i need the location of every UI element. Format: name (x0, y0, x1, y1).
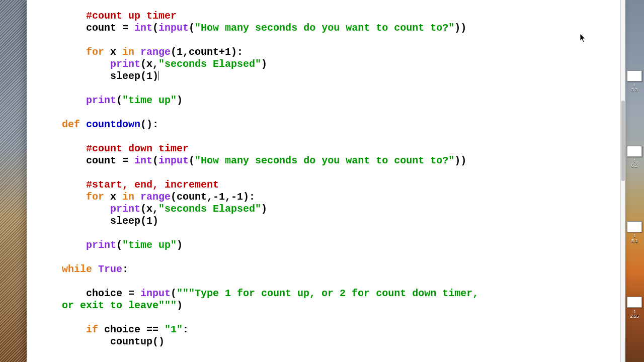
desktop-file-icon[interactable]: t3.3 (626, 70, 643, 93)
file-thumbnail-icon (627, 221, 642, 232)
file-thumbnail-icon (627, 70, 642, 81)
file-thumbnail-icon (627, 297, 642, 308)
file-label: t (626, 309, 643, 314)
vertical-scrollbar[interactable] (620, 0, 625, 362)
desktop-icons-column: t3.3t6.2t5.1t2.55 (626, 0, 644, 362)
desktop-background: #count up timer count = int(input("How m… (0, 0, 644, 362)
file-label: t (626, 233, 643, 238)
file-label: t (626, 82, 643, 87)
code-content[interactable]: #count up timer count = int(input("How m… (27, 0, 621, 360)
file-label: 5.1 (626, 238, 643, 243)
code-editor[interactable]: #count up timer count = int(input("How m… (27, 0, 621, 362)
scrollbar-thumb[interactable] (621, 101, 625, 181)
text-caret (158, 71, 158, 80)
desktop-file-icon[interactable]: t6.2 (626, 146, 643, 168)
file-label: 3.3 (626, 87, 643, 93)
file-label: t (626, 158, 643, 163)
file-label: 6.2 (626, 163, 643, 168)
editor-window: #count up timer count = int(input("How m… (27, 0, 625, 362)
desktop-file-icon[interactable]: t2.55 (626, 297, 643, 319)
file-thumbnail-icon (627, 146, 642, 157)
desktop-file-icon[interactable]: t5.1 (626, 221, 643, 243)
file-label: 2.55 (626, 314, 643, 319)
